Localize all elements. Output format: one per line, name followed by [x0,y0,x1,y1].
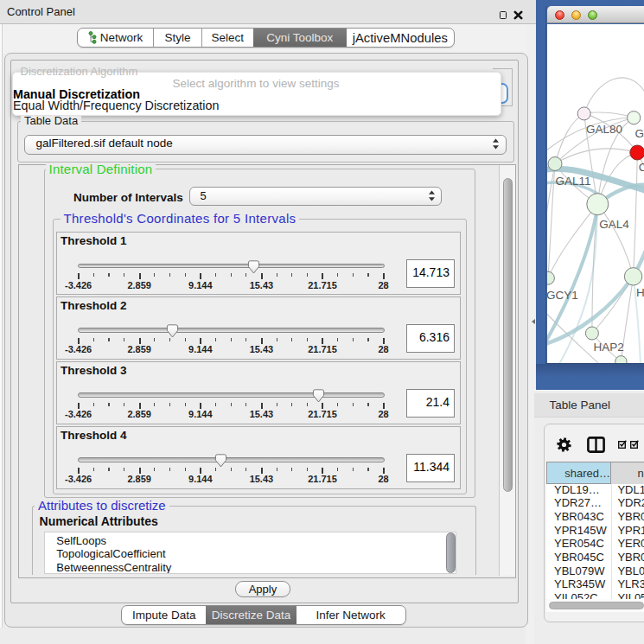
svg-text:GAL80: GAL80 [586,122,622,135]
svg-text:GAL11: GAL11 [555,175,590,188]
svg-text:HAP2: HAP2 [593,341,623,354]
svg-text:GCY1: GCY1 [547,288,578,301]
svg-text:H: H [636,286,644,299]
svg-text:GAL: GAL [634,126,644,139]
svg-text:CR: CR [638,161,644,174]
svg-text:GAL4: GAL4 [599,218,629,231]
